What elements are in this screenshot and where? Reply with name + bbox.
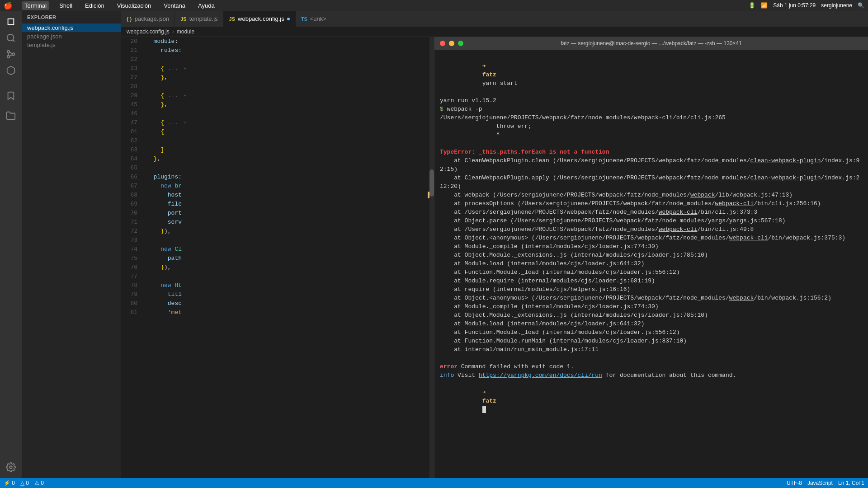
tab-label-template: template.js xyxy=(189,15,218,22)
term-line-error-cmd: error Command failed with exit code 1. xyxy=(440,362,863,371)
term-cli-link: webpack-cli xyxy=(634,114,673,121)
term-wpcli-link3: webpack-cli xyxy=(659,226,698,233)
code-line-71: serv xyxy=(146,218,434,227)
term-trace-3: at webpack (/Users/sergiojunene/PROJECTS… xyxy=(440,191,863,199)
term-error-text: TypeError: _this.paths.forEach is not a … xyxy=(440,149,609,155)
menubar-shell[interactable]: Shell xyxy=(57,1,75,10)
code-content: 20212223 272829 454647 6162636465 666768… xyxy=(121,37,434,478)
svg-line-1 xyxy=(13,40,14,42)
term-trace-17: at Object.Module._extensions..js (intern… xyxy=(440,311,863,319)
tab-label-webpack: webpack.config.js xyxy=(238,15,284,22)
code-line-74: new Cl xyxy=(146,245,434,254)
tab-modified-dot xyxy=(287,18,290,20)
term-wpcli-link2: webpack-cli xyxy=(659,209,698,216)
status-error-count: ⚡ 0 xyxy=(4,480,15,486)
search-icon[interactable]: 🔍 xyxy=(858,2,864,9)
menubar-visualizacion[interactable]: Visualización xyxy=(114,1,154,10)
term-line-path: /Users/sergiojunene/PROJECTS/webpack/fat… xyxy=(440,113,863,122)
tab-js-icon-webpack: JS xyxy=(229,16,235,22)
term-trace-14: at require (internal/modules/cjs/helpers… xyxy=(440,285,863,294)
source-control-icon[interactable] xyxy=(4,47,18,61)
menubar-ventana[interactable]: Ventana xyxy=(161,1,188,10)
minimize-button[interactable] xyxy=(449,41,454,46)
explorer-header: Explorer xyxy=(22,11,121,22)
code-line-64: }, xyxy=(146,155,434,164)
line-numbers: 20212223 272829 454647 6162636465 666768… xyxy=(121,37,143,478)
status-info-count: ⚠ 0 xyxy=(34,480,44,486)
term-clean-link2: clean-webpack-plugin xyxy=(750,174,821,181)
code-line-73 xyxy=(146,236,434,245)
svg-point-0 xyxy=(7,34,14,41)
term-cursor xyxy=(482,406,486,413)
apple-menu[interactable]: 🍎 xyxy=(4,1,13,10)
code-line-81: 'met xyxy=(146,308,434,317)
term-project-name: fatz xyxy=(482,71,500,78)
term-line-prompt: ➜ fatz yarn start xyxy=(440,53,863,96)
term-trace-20: at Function.Module.runMain (internal/mod… xyxy=(440,337,863,345)
code-line-67: new br xyxy=(146,182,434,191)
code-line-65 xyxy=(146,164,434,173)
term-trace-11: at Module.load (internal/modules/cjs/loa… xyxy=(440,259,863,268)
tab-ts-icon: TS xyxy=(301,16,307,22)
tab-json-icon: { } xyxy=(127,16,132,22)
activity-bar xyxy=(0,11,22,478)
editor-scrollbar[interactable] xyxy=(429,37,434,478)
breadcrumb-section: module xyxy=(177,28,194,35)
menubar-edicion[interactable]: Edición xyxy=(82,1,107,10)
menubar-user: sergiojunene xyxy=(821,2,852,9)
svg-point-4 xyxy=(12,53,15,56)
term-trace-15: at Object.<anonymous> (/Users/sergiojune… xyxy=(440,294,863,302)
maximize-button[interactable] xyxy=(458,41,463,46)
terminal-body[interactable]: ➜ fatz yarn start yarn run v1.15.2 $ web… xyxy=(434,50,868,478)
status-bar-right: UTF-8 JavaScript Ln 1, Col 1 xyxy=(787,480,864,486)
status-warning-count: △ 0 xyxy=(20,480,29,486)
menubar-right: 🔋 📶 Sáb 1 jun 0:57:29 sergiojunene 🔍 xyxy=(749,2,864,9)
terminal-title: fatz — sergiojunene@imac-de-sergio — ...… xyxy=(561,40,742,47)
code-line-45: }, xyxy=(146,100,434,109)
explorer-icon[interactable] xyxy=(4,14,18,29)
code-line-23: { ... + xyxy=(146,64,434,73)
status-cursor-pos: Ln 1, Col 1 xyxy=(838,480,864,486)
term-trace-13: at Module.require (internal/modules/cjs/… xyxy=(440,277,863,285)
code-line-80: desc xyxy=(146,299,434,308)
settings-icon[interactable] xyxy=(4,460,18,474)
breadcrumb-sep: › xyxy=(172,28,174,35)
term-cmd-text: yarn start xyxy=(482,80,518,87)
code-line-72: }), xyxy=(146,227,434,236)
term-webpack-link1: webpack xyxy=(690,192,715,198)
term-line-yarnver: yarn run v1.15.2 xyxy=(440,96,863,105)
tab-webpack-config[interactable]: JS webpack.config.js xyxy=(224,11,296,27)
folder-icon[interactable] xyxy=(4,108,18,123)
term-trace-12: at Function.Module._load (internal/modul… xyxy=(440,268,863,277)
search-icon[interactable] xyxy=(4,31,18,45)
term-yarn-link[interactable]: https://yarnpkg.com/en/docs/cli/run xyxy=(479,372,602,379)
tab-package-json[interactable]: { } package.json xyxy=(121,11,175,27)
extensions-icon[interactable] xyxy=(4,63,18,78)
file-item-webpack-config[interactable]: webpack.config.js xyxy=(22,23,121,32)
code-line-22 xyxy=(146,55,434,64)
tab-unknown[interactable]: TS <unk> xyxy=(296,11,332,27)
app-body: Explorer webpack.config.js package.json … xyxy=(0,11,868,478)
term-line-throw: throw err; xyxy=(440,122,863,131)
menubar-terminal[interactable]: Terminal xyxy=(22,1,49,10)
term-yargs-link: yargs xyxy=(708,217,726,224)
editor-area[interactable]: 20212223 272829 454647 6162636465 666768… xyxy=(121,37,434,478)
tab-template-js[interactable]: JS template.js xyxy=(175,11,223,27)
code-line-62 xyxy=(146,136,434,145)
close-button[interactable] xyxy=(440,41,445,46)
status-bar: ⚡ 0 △ 0 ⚠ 0 UTF-8 JavaScript Ln 1, Col 1 xyxy=(0,478,868,488)
term-line-caret: ^ xyxy=(440,131,863,139)
term-wpcli-link1: webpack-cli xyxy=(715,200,754,207)
term-trace-19: at Function.Module._load (internal/modul… xyxy=(440,328,863,337)
menubar-ayuda[interactable]: Ayuda xyxy=(195,1,217,10)
file-item-template[interactable]: template.js xyxy=(22,41,121,49)
tab-js-icon: JS xyxy=(180,16,186,22)
code-line-78: new Ht xyxy=(146,281,434,290)
bookmark-icon[interactable] xyxy=(4,89,18,103)
code-line-46 xyxy=(146,109,434,118)
term-arrow-icon2: ➜ xyxy=(482,389,490,396)
term-trace-18: at Module.load (internal/modules/cjs/loa… xyxy=(440,319,863,328)
code-line-27: }, xyxy=(146,73,434,82)
file-item-package[interactable]: package.json xyxy=(22,32,121,41)
term-dollar: $ xyxy=(440,106,447,113)
